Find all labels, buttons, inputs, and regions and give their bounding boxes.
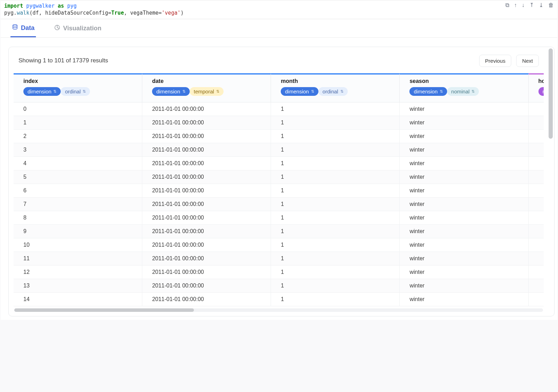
- cell-month: 1: [271, 293, 400, 306]
- cell-index: 2: [14, 130, 142, 143]
- table-row: 02011-01-01 00:00:001winter02011no: [14, 102, 544, 116]
- horizontal-scrollbar[interactable]: [14, 308, 543, 312]
- copy-icon[interactable]: ⧉: [505, 2, 509, 8]
- tab-visualization[interactable]: Visualization: [53, 23, 103, 37]
- role-pill[interactable]: dimension⇅: [281, 87, 318, 96]
- table-row: 12011-01-01 00:00:001winter12011no: [14, 116, 544, 130]
- role-pill[interactable]: dimension⇅: [152, 87, 189, 96]
- cell-month: 1: [271, 116, 400, 130]
- cell-hour: 1: [529, 116, 544, 130]
- column-header-month: monthdimension⇅ordinal⇅: [271, 73, 400, 102]
- insert-above-icon[interactable]: ⤒: [529, 2, 534, 8]
- view-tabs: Data Visualization: [1, 19, 557, 38]
- cell-index: 6: [14, 184, 142, 198]
- cell-date: 2011-01-01 00:00:00: [142, 252, 271, 266]
- cell-hour: 10: [529, 238, 544, 252]
- cell-toolbar: ⧉ ↑ ↓ ⤒ ⤓ 🗑: [505, 0, 557, 8]
- table-row: 132011-01-01 00:00:001winter132011no: [14, 279, 544, 293]
- cell-date: 2011-01-01 00:00:00: [142, 225, 271, 238]
- role-pill[interactable]: measure⇅: [538, 87, 544, 96]
- cell-date: 2011-01-01 00:00:00: [142, 211, 271, 225]
- chevron-updown-icon: ⇅: [53, 89, 56, 94]
- cell-hour: 9: [529, 225, 544, 238]
- cell-season: winter: [400, 102, 528, 116]
- tab-viz-label: Visualization: [63, 25, 101, 32]
- cell-index: 5: [14, 170, 142, 184]
- role-pill[interactable]: dimension⇅: [409, 87, 447, 96]
- cell-date: 2011-01-01 00:00:00: [142, 102, 271, 116]
- cell-month: 1: [271, 238, 400, 252]
- column-header-index: indexdimension⇅ordinal⇅: [14, 73, 142, 102]
- cell-season: winter: [400, 279, 528, 293]
- cell-season: winter: [400, 252, 528, 266]
- arrow-up-icon[interactable]: ↑: [514, 2, 517, 8]
- role-pill[interactable]: dimension⇅: [23, 87, 61, 96]
- cell-date: 2011-01-01 00:00:00: [142, 238, 271, 252]
- cell-month: 1: [271, 184, 400, 198]
- cell-season: winter: [400, 266, 528, 279]
- chevron-updown-icon: ⇅: [311, 89, 314, 94]
- arrow-down-icon[interactable]: ↓: [522, 2, 525, 8]
- column-header-season: seasondimension⇅nominal⇅: [400, 73, 528, 102]
- column-name: hour: [538, 78, 544, 84]
- column-name: month: [281, 78, 390, 84]
- trash-icon[interactable]: 🗑: [548, 2, 554, 8]
- cell-date: 2011-01-01 00:00:00: [142, 184, 271, 198]
- cell-hour: 12: [529, 266, 544, 279]
- cell-month: 1: [271, 130, 400, 143]
- cell-month: 1: [271, 143, 400, 157]
- cell-month: 1: [271, 157, 400, 170]
- cell-month: 1: [271, 266, 400, 279]
- cell-index: 7: [14, 198, 142, 211]
- cell-date: 2011-01-01 00:00:00: [142, 279, 271, 293]
- table-row: 22011-01-01 00:00:001winter22011no: [14, 130, 544, 143]
- cell-hour: 0: [529, 102, 544, 116]
- cell-season: winter: [400, 157, 528, 170]
- code-editor[interactable]: import pygwalker as pyg pyg.walk(df, hid…: [1, 0, 505, 19]
- cell-hour: 7: [529, 198, 544, 211]
- insert-below-icon[interactable]: ⤓: [539, 2, 543, 8]
- cell-season: winter: [400, 130, 528, 143]
- results-status: Showing 1 to 101 of 17379 results: [18, 57, 108, 64]
- scale-pill[interactable]: temporal⇅: [190, 87, 224, 96]
- cell-season: winter: [400, 116, 528, 130]
- cell-hour: 13: [529, 279, 544, 293]
- chart-icon: [54, 24, 60, 32]
- vertical-scrollbar[interactable]: [549, 48, 553, 315]
- pagination: Previous Next: [479, 55, 539, 67]
- cell-season: winter: [400, 184, 528, 198]
- cell-hour: 8: [529, 211, 544, 225]
- cell-season: winter: [400, 225, 528, 238]
- scale-pill[interactable]: ordinal⇅: [61, 87, 90, 96]
- cell-index: 4: [14, 157, 142, 170]
- cell-hour: 4: [529, 157, 544, 170]
- table-row: 52011-01-01 00:00:001winter52011no: [14, 170, 544, 184]
- cell-date: 2011-01-01 00:00:00: [142, 130, 271, 143]
- cell-index: 11: [14, 252, 142, 266]
- previous-button[interactable]: Previous: [479, 55, 511, 67]
- cell-hour: 2: [529, 130, 544, 143]
- scale-pill[interactable]: nominal⇅: [447, 87, 479, 96]
- table-row: 32011-01-01 00:00:001winter32011no: [14, 143, 544, 157]
- cell-index: 12: [14, 266, 142, 279]
- cell-season: winter: [400, 170, 528, 184]
- cell-date: 2011-01-01 00:00:00: [142, 198, 271, 211]
- cell-index: 8: [14, 211, 142, 225]
- cell-month: 1: [271, 252, 400, 266]
- column-header-hour: hourmeasure⇅quantitative⇅: [529, 73, 544, 102]
- cell-month: 1: [271, 198, 400, 211]
- cell-season: winter: [400, 211, 528, 225]
- column-name: index: [23, 78, 132, 84]
- cell-season: winter: [400, 198, 528, 211]
- cell-hour: 14: [529, 293, 544, 306]
- next-button[interactable]: Next: [516, 55, 539, 67]
- cell-hour: 3: [529, 143, 544, 157]
- scale-pill[interactable]: ordinal⇅: [318, 87, 348, 96]
- cell-date: 2011-01-01 00:00:00: [142, 170, 271, 184]
- tab-data[interactable]: Data: [10, 23, 36, 37]
- cell-month: 1: [271, 102, 400, 116]
- cell-index: 0: [14, 102, 142, 116]
- cell-index: 1: [14, 116, 142, 130]
- cell-month: 1: [271, 225, 400, 238]
- cell-index: 9: [14, 225, 142, 238]
